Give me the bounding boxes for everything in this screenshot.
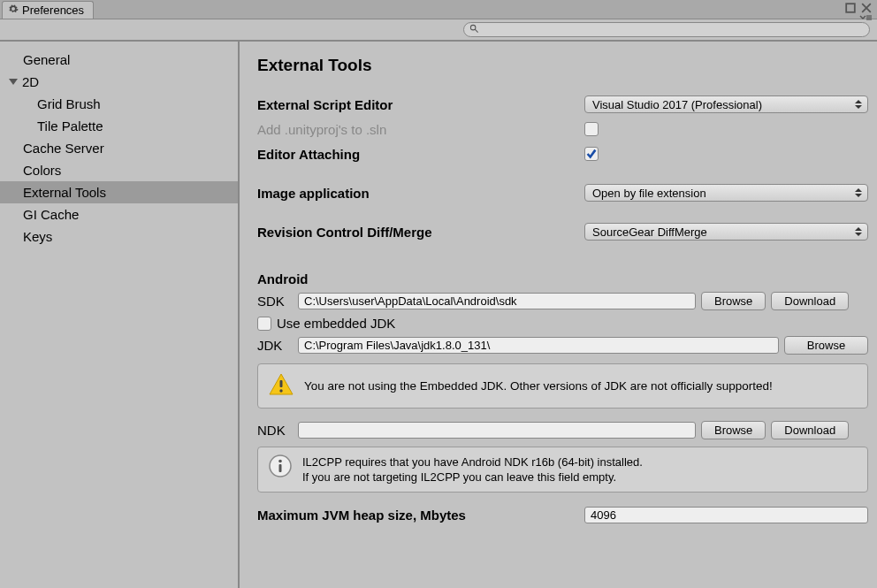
search-box[interactable]: [463, 22, 870, 37]
button-label: Download: [784, 424, 835, 437]
input-sdk-path[interactable]: [298, 293, 696, 309]
sidebar-item-tile-palette[interactable]: Tile Palette: [0, 115, 238, 137]
select-value: SourceGear DiffMerge: [592, 225, 707, 239]
browse-jdk-button[interactable]: Browse: [784, 336, 868, 355]
sidebar-item-label: External Tools: [23, 185, 106, 200]
sidebar-item-gi-cache[interactable]: GI Cache: [0, 203, 238, 225]
label-image-app: Image application: [257, 186, 584, 201]
label-jdk: JDK: [257, 338, 293, 353]
button-label: Browse: [714, 424, 752, 437]
content-panel: External Tools External Script Editor Vi…: [240, 42, 877, 588]
select-value: Open by file extension: [592, 187, 706, 200]
sidebar-item-external-tools[interactable]: External Tools: [0, 181, 238, 203]
search-input[interactable]: [483, 24, 864, 36]
svg-rect-10: [279, 464, 282, 472]
page-title: External Tools: [257, 56, 868, 75]
sidebar-item-general[interactable]: General: [0, 49, 238, 71]
label-script-editor: External Script Editor: [257, 97, 584, 112]
warning-box-jdk: You are not using the Embedded JDK. Othe…: [257, 363, 868, 409]
info-box-ndk: IL2CPP requires that you have Android ND…: [257, 447, 868, 493]
svg-line-5: [475, 29, 477, 32]
warning-text: You are not using the Embedded JDK. Othe…: [304, 379, 773, 393]
sidebar-item-label: Grid Brush: [37, 96, 101, 111]
download-sdk-button[interactable]: Download: [771, 292, 849, 310]
gear-icon: [8, 4, 19, 17]
svg-rect-0: [846, 4, 855, 12]
chevron-down-icon: [9, 79, 18, 85]
browse-ndk-button[interactable]: Browse: [701, 421, 766, 439]
label-sdk: SDK: [257, 294, 293, 309]
tab-bar: Preferences: [0, 0, 877, 19]
sidebar-item-cache-server[interactable]: Cache Server: [0, 137, 238, 159]
label-editor-attaching: Editor Attaching: [257, 147, 584, 162]
download-ndk-button[interactable]: Download: [771, 421, 849, 439]
input-jdk-path[interactable]: [298, 337, 779, 354]
sidebar-item-label: Tile Palette: [37, 118, 103, 134]
sidebar-item-keys[interactable]: Keys: [0, 225, 238, 248]
label-use-embedded-jdk: Use embedded JDK: [277, 316, 395, 331]
button-label: Browse: [714, 294, 752, 308]
detach-icon[interactable]: [845, 3, 856, 13]
sidebar: General 2D Grid Brush Tile Palette Cache…: [0, 42, 240, 588]
tab-preferences[interactable]: Preferences: [2, 1, 94, 19]
window-controls: [845, 3, 872, 13]
label-add-unityproj: Add .unityproj's to .sln: [257, 122, 584, 137]
window-menu-icon[interactable]: [859, 13, 872, 22]
sidebar-item-label: GI Cache: [23, 207, 79, 222]
sidebar-item-label: General: [23, 52, 70, 67]
sidebar-item-grid-brush[interactable]: Grid Brush: [0, 93, 238, 115]
sidebar-item-label: Cache Server: [23, 141, 104, 156]
browse-sdk-button[interactable]: Browse: [701, 292, 766, 310]
info-text: IL2CPP requires that you have Android ND…: [302, 454, 643, 485]
checkbox-add-unityproj: [584, 122, 599, 136]
sidebar-item-label: Colors: [23, 163, 61, 178]
checkbox-editor-attaching[interactable]: [584, 147, 599, 161]
info-icon: [269, 454, 292, 481]
input-ndk-path[interactable]: [298, 422, 696, 439]
tab-title: Preferences: [22, 4, 84, 17]
label-ndk: NDK: [257, 423, 293, 438]
svg-point-9: [278, 460, 282, 463]
svg-rect-6: [280, 380, 283, 387]
sidebar-item-label: Keys: [23, 229, 52, 244]
search-row: [0, 19, 877, 42]
svg-point-7: [279, 389, 282, 392]
checkbox-use-embedded-jdk[interactable]: [257, 317, 271, 331]
select-revision-control[interactable]: SourceGear DiffMerge: [584, 223, 868, 241]
sidebar-item-label: 2D: [22, 73, 39, 90]
input-jvm-heap[interactable]: [584, 507, 868, 523]
sidebar-item-colors[interactable]: Colors: [0, 159, 238, 181]
button-label: Download: [784, 294, 835, 308]
warning-icon: [269, 373, 294, 399]
select-script-editor[interactable]: Visual Studio 2017 (Professional): [584, 95, 868, 113]
select-value: Visual Studio 2017 (Professional): [592, 98, 762, 111]
close-icon[interactable]: [861, 3, 872, 13]
android-heading: Android: [257, 271, 868, 286]
svg-point-4: [470, 25, 476, 30]
label-jvm-heap: Maximum JVM heap size, Mbytes: [257, 508, 584, 523]
select-image-app[interactable]: Open by file extension: [584, 184, 868, 202]
search-icon: [469, 23, 479, 36]
sidebar-item-2d[interactable]: 2D: [0, 71, 238, 93]
label-revision-control: Revision Control Diff/Merge: [257, 225, 584, 240]
button-label: Browse: [807, 339, 845, 352]
